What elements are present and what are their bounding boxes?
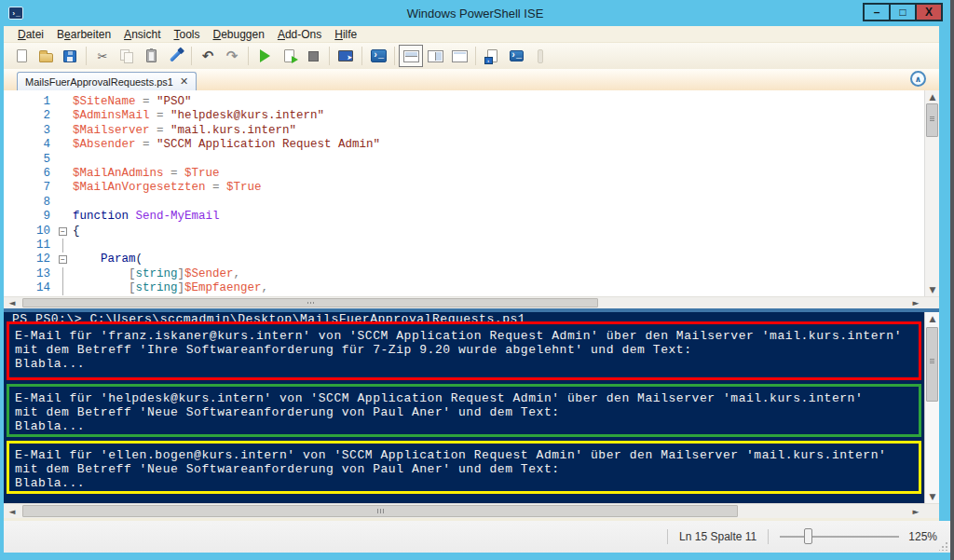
show-script-pane-top-button[interactable] — [399, 45, 423, 67]
close-button[interactable]: X — [915, 3, 943, 21]
code-line[interactable]: 6$MailAnAdmins = $True — [4, 167, 939, 181]
editor-hscroll-thumb[interactable] — [22, 298, 598, 307]
console-vertical-scrollbar[interactable]: ▲ ▼ — [924, 312, 939, 503]
menu-item-debuggen[interactable]: Debuggen — [207, 28, 271, 41]
console-hscroll-thumb[interactable] — [22, 505, 738, 517]
script-editor-pane[interactable]: 1$SiteName = "PSO"2$AdminsMail = "helpde… — [4, 90, 939, 296]
show-script-pane-maximized-button[interactable] — [447, 45, 471, 67]
collapse-script-pane-button[interactable]: ∧ — [910, 71, 926, 87]
toolbar-separator — [394, 47, 395, 65]
menu-item-tools[interactable]: Tools — [167, 28, 206, 41]
code-line[interactable]: 2$AdminsMail = "helpdesk@kurs.intern" — [4, 109, 939, 123]
code-token: function — [73, 210, 129, 224]
redo-button[interactable]: ↷ — [220, 45, 244, 67]
code-line[interactable]: 3$Mailserver = "mail.kurs.intern" — [4, 124, 939, 138]
code-line[interactable]: 7$MailAnVorgesetzten = $True — [4, 181, 939, 195]
code-token: $SiteName — [73, 95, 136, 109]
copy-button[interactable] — [115, 45, 139, 67]
code-token: , — [262, 281, 269, 295]
copy-icon — [120, 49, 133, 62]
scroll-down-icon[interactable]: ▼ — [925, 283, 939, 296]
remote-computer-icon — [338, 50, 353, 61]
tab-mailsfuerapprovalrequests[interactable]: MailsFuerApprovalRequests.ps1 ✕ — [17, 72, 197, 90]
menu-item-ansicht[interactable]: Ansicht — [117, 28, 167, 41]
menu-item-addons[interactable]: Add-Ons — [271, 28, 328, 41]
console-output-line: mit dem Betreff 'Ihre Softwareanforderun… — [15, 343, 919, 357]
show-script-pane-right-button[interactable] — [423, 45, 447, 67]
menu-item-hilfe[interactable]: Hilfe — [328, 28, 363, 41]
code-line[interactable]: 8 — [4, 196, 939, 210]
fold-collapse-icon[interactable]: − — [56, 225, 73, 239]
save-floppy-icon — [63, 50, 76, 62]
fold-gutter — [56, 138, 73, 152]
show-console-pane-button[interactable] — [504, 45, 528, 67]
clear-console-button[interactable] — [163, 45, 187, 67]
resize-grip[interactable] — [939, 541, 948, 551]
toolbar-overflow-button[interactable] — [528, 45, 552, 67]
tab-close-icon[interactable]: ✕ — [180, 75, 188, 88]
run-script-button[interactable] — [252, 45, 277, 67]
editor-vscroll-thumb[interactable] — [926, 103, 938, 137]
code-line[interactable]: 5 — [4, 153, 939, 167]
open-script-button[interactable] — [34, 45, 58, 67]
console-horizontal-scrollbar[interactable]: ◄ ► — [4, 503, 939, 518]
console-vscroll-thumb[interactable] — [926, 327, 938, 402]
fold-gutter — [56, 267, 73, 281]
console-output-line: mit dem Betreff 'Neue Softwareanforderun… — [15, 405, 919, 419]
new-script-button[interactable] — [9, 45, 34, 67]
minimize-button[interactable]: – — [863, 3, 891, 21]
scroll-up-icon[interactable]: ▲ — [925, 90, 939, 103]
scroll-down-icon[interactable]: ▼ — [925, 490, 939, 503]
editor-vertical-scrollbar[interactable]: ▲ ▼ — [924, 90, 939, 296]
maximize-button[interactable]: □ — [889, 3, 917, 21]
zoom-slider-thumb[interactable] — [804, 528, 812, 544]
cut-button[interactable]: ✂ — [90, 45, 115, 67]
code-line[interactable]: 14 [string]$Empfaenger, — [4, 281, 939, 295]
scroll-right-icon[interactable]: ► — [909, 297, 922, 308]
code-token: ] — [178, 267, 185, 281]
line-number: 10 — [4, 225, 56, 239]
console-highlight-block: E-Mail für 'ellen.bogen@kurs.intern' von… — [7, 441, 921, 494]
paste-button[interactable] — [139, 45, 163, 67]
fold-collapse-icon[interactable]: − — [56, 253, 73, 266]
start-powershell-exe-button[interactable] — [366, 45, 390, 67]
title-bar[interactable]: Windows PowerShell ISE — [0, 0, 950, 26]
new-powershell-tab-button[interactable] — [480, 45, 504, 67]
line-number: 5 — [4, 153, 56, 167]
console-output-line: mit dem Betreff 'Neue Softwareanforderun… — [15, 462, 919, 476]
code-line[interactable]: 12− Param( — [4, 253, 939, 266]
code-token: $True — [226, 181, 262, 195]
code-line[interactable]: 9function Send-MyEmail — [4, 210, 939, 224]
toolbar-separator — [361, 47, 362, 65]
run-selection-button[interactable] — [277, 45, 301, 67]
scroll-up-icon[interactable]: ▲ — [925, 312, 939, 325]
toolbar: ✂ ↶ ↷ — [4, 43, 939, 69]
editor-horizontal-scrollbar[interactable]: ◄ ► — [4, 296, 939, 308]
scroll-left-icon[interactable]: ◄ — [6, 504, 19, 518]
code-token — [73, 267, 129, 281]
code-area[interactable]: 1$SiteName = "PSO"2$AdminsMail = "helpde… — [4, 90, 939, 295]
zoom-slider-track[interactable] — [780, 536, 899, 538]
console-output-line: E-Mail für 'helpdesk@kurs.intern' von 'S… — [15, 391, 919, 405]
menu-item-datei[interactable]: Datei — [11, 28, 50, 41]
new-remote-powershell-tab-button[interactable] — [334, 45, 358, 67]
toolbar-separator — [329, 47, 330, 65]
save-script-button[interactable] — [58, 45, 82, 67]
undo-button[interactable]: ↶ — [196, 45, 220, 67]
line-number: 14 — [4, 281, 56, 295]
code-line[interactable]: 11 — [4, 239, 939, 253]
console-pane[interactable]: PS PS0:\> C:\Users\sccmadmin\Desktop\Mai… — [4, 312, 939, 503]
line-number: 4 — [4, 138, 56, 152]
code-line[interactable]: 4$Absender = "SCCM Application Request A… — [4, 138, 939, 152]
code-line[interactable]: 1$SiteName = "PSO" — [4, 95, 939, 109]
code-line[interactable]: 13 [string]$Sender, — [4, 267, 939, 281]
code-token — [73, 281, 129, 295]
scroll-left-icon[interactable]: ◄ — [6, 297, 19, 308]
menu-item-bearbeiten[interactable]: Bearbeiten — [50, 28, 117, 41]
powershell-ise-window: Windows PowerShell ISE – □ X DateiBearbe… — [0, 0, 954, 560]
scroll-right-icon[interactable]: ► — [909, 504, 922, 518]
code-line[interactable]: 10−{ — [4, 225, 939, 239]
stop-operation-button[interactable] — [301, 45, 325, 67]
window-title: Windows PowerShell ISE — [0, 7, 950, 20]
zoom-slider[interactable] — [780, 527, 899, 546]
